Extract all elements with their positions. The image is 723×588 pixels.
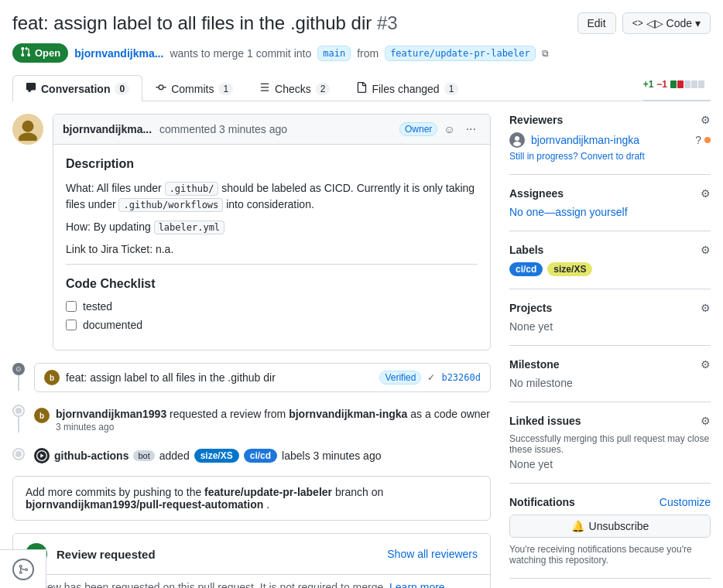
github-actions-avatar — [34, 448, 50, 463]
sidebar-linked-issues-header: Linked issues ⚙ — [509, 415, 711, 427]
sidebar-labels-list: ci/cd size/XS — [509, 262, 711, 276]
tab-files-changed[interactable]: Files changed 1 — [343, 75, 471, 101]
projects-gear-icon[interactable]: ⚙ — [701, 302, 711, 314]
svg-point-0 — [22, 121, 34, 132]
diff-block-3 — [684, 80, 690, 88]
sidebar-labels: Labels ⚙ ci/cd size/XS — [509, 231, 711, 289]
labels-gear-icon[interactable]: ⚙ — [701, 244, 711, 256]
checklist-documented-checkbox[interactable] — [66, 320, 77, 330]
milestone-gear-icon[interactable]: ⚙ — [701, 358, 711, 371]
sidebar-projects-header: Projects ⚙ — [509, 302, 711, 314]
pr-author[interactable]: bjornvandijkma... — [74, 47, 163, 60]
checklist-title: Code Checklist — [66, 277, 478, 291]
sidebar-label-size-xs[interactable]: size/XS — [547, 262, 592, 276]
code-label: ◁▷ Code — [646, 17, 692, 29]
convert-to-draft-link[interactable]: Still in progress? Convert to draft — [509, 151, 645, 162]
tab-files-changed-label: Files changed — [372, 83, 439, 95]
head-branch[interactable]: feature/update-pr-labeler — [385, 46, 536, 61]
copy-icon[interactable]: ⧉ — [542, 48, 549, 59]
reviewer-status: ? — [695, 134, 711, 146]
push-notice-line1: Add more commits by pushing to the — [26, 486, 204, 498]
code-icon: <> — [632, 18, 643, 29]
pr-title: feat: assign label to all files in the .… — [12, 12, 565, 34]
review-requester-name[interactable]: bjornvandijkman1993 — [56, 408, 166, 420]
push-period: . — [266, 498, 269, 511]
tab-checks[interactable]: Checks 2 — [246, 75, 343, 101]
push-notice-line2: branch on — [335, 486, 383, 498]
timeline-review-request: b bjornvandijkman1993 requested a review… — [12, 405, 491, 436]
checklist-tested-checkbox[interactable] — [66, 301, 77, 312]
unsubscribe-button[interactable]: 🔔 Unsubscribe — [509, 514, 711, 538]
checklist-item-documented: documented — [66, 319, 478, 331]
bell-icon: 🔔 — [571, 520, 584, 532]
code-button[interactable]: <> ◁▷ Code ▾ — [622, 12, 711, 34]
reviewer-meta: Still in progress? Convert to draft — [509, 151, 711, 162]
customize-link[interactable]: Customize — [660, 496, 711, 508]
learn-more-link[interactable]: Learn more. — [389, 581, 447, 588]
review-requested-text: Review has been requested on this pull r… — [26, 581, 386, 588]
checklist-documented-label: documented — [83, 319, 142, 331]
owner-badge: Owner — [399, 122, 437, 136]
labels-timeline-dot — [12, 448, 25, 460]
base-branch[interactable]: main — [317, 46, 351, 61]
label-ci-cd[interactable]: size/XS — [194, 449, 239, 463]
timeline: ⊙ b feat: assign label to all files in t… — [12, 363, 491, 463]
show-all-reviewers-link[interactable]: Show all reviewers — [387, 548, 478, 560]
github-actions-name[interactable]: github-actions — [54, 450, 128, 462]
unsubscribe-label: Unsubscribe — [589, 520, 649, 532]
commit-check-icon: ✓ — [427, 372, 435, 383]
sidebar-milestone-header: Milestone ⚙ — [509, 358, 711, 371]
tab-commits-label: Commits — [171, 83, 214, 95]
tab-commits-count: 1 — [218, 83, 233, 95]
code-labeler: labeler.yml — [154, 220, 224, 234]
push-repo[interactable]: bjornvandijkman1993/pull-request-automat… — [26, 498, 263, 511]
diff-block-2 — [677, 80, 684, 88]
from-text: from — [357, 47, 379, 60]
pr-number: #3 — [377, 12, 398, 33]
commit-hash-link[interactable]: b23260d — [441, 372, 481, 383]
description-line-3: Link to Jira Ticket: n.a. — [66, 241, 478, 258]
linked-issues-gear-icon[interactable]: ⚙ — [701, 415, 711, 427]
assign-yourself-link[interactable]: No one—assign yourself — [509, 206, 628, 218]
more-options-button[interactable]: ··· — [461, 121, 481, 138]
comment-content: bjornvandijkma... commented 3 minutes ag… — [53, 114, 491, 350]
comment-header: bjornvandijkma... commented 3 minutes ag… — [53, 115, 490, 145]
emoji-button[interactable]: ☺ — [444, 123, 454, 135]
linked-issues-value: None yet — [509, 458, 553, 470]
sidebar-labels-header: Labels ⚙ — [509, 244, 711, 256]
open-icon — [20, 46, 31, 60]
checklist-tested-label: tested — [83, 300, 112, 313]
description-line-1: What: All files under .github/ should be… — [66, 180, 478, 213]
comment-time: commented 3 minutes ago — [159, 123, 287, 135]
reviewer-avatar — [509, 132, 525, 148]
reviewer-item: bjornvandijkman-ingka ? — [509, 132, 711, 148]
sidebar-label-ci-cd[interactable]: ci/cd — [509, 262, 543, 276]
git-merge-icon — [12, 559, 34, 580]
review-request: b bjornvandijkman1993 requested a review… — [34, 405, 491, 436]
reviewers-gear-icon[interactable]: ⚙ — [701, 114, 711, 126]
label-size-xs[interactable]: ci/cd — [244, 449, 277, 463]
push-notice: Add more commits by pushing to the featu… — [12, 476, 491, 521]
bot-badge: bot — [133, 450, 154, 461]
assignees-gear-icon[interactable]: ⚙ — [701, 187, 711, 200]
reviewer-name[interactable]: bjornvandijkman-ingka — [531, 134, 639, 146]
notifications-meta: You're receiving notifications because y… — [509, 544, 711, 566]
review-reviewer-name[interactable]: bjornvandijkman-ingka — [289, 408, 407, 420]
checklist-section: Code Checklist tested documented — [66, 264, 478, 331]
tab-checks-label: Checks — [275, 83, 311, 95]
sidebar-reviewers: Reviewers ⚙ bjornvandijkman-ingka ? Stil… — [509, 114, 711, 175]
review-requester-avatar: b — [34, 408, 50, 423]
labels-action-text: added — [159, 450, 190, 462]
edit-button[interactable]: Edit — [577, 12, 616, 34]
reviewers-label: Reviewers — [509, 114, 563, 126]
comment-block: bjornvandijkma... commented 3 minutes ag… — [12, 114, 491, 350]
code-github: .github/ — [165, 182, 219, 196]
tab-commits[interactable]: Commits 1 — [142, 75, 246, 101]
tab-conversation[interactable]: Conversation 0 — [12, 75, 142, 101]
diff-add: +1 — [643, 79, 654, 90]
checklist-item-tested: tested — [66, 300, 478, 313]
review-timeline-dot — [12, 405, 25, 417]
comment-author[interactable]: bjornvandijkma... — [63, 123, 152, 135]
sidebar-assignees-header: Assignees ⚙ — [509, 187, 711, 200]
notification-header: Notifications Customize — [509, 496, 711, 508]
